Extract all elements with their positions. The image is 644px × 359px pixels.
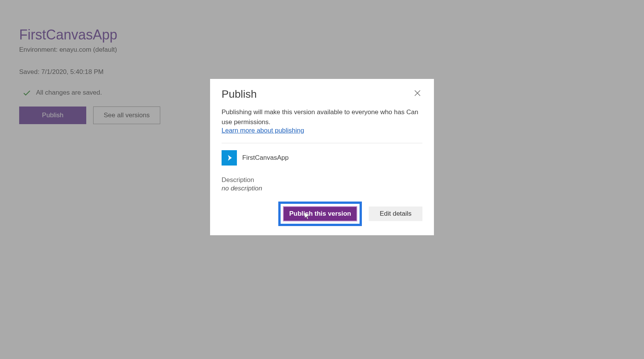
highlight-frame: Publish this version: [278, 202, 362, 226]
publish-dialog: Publish Publishing will make this versio…: [210, 79, 434, 235]
app-icon: [222, 150, 237, 166]
modal-overlay: Publish Publishing will make this versio…: [0, 0, 644, 359]
dialog-header: Publish: [222, 88, 422, 100]
dialog-app-name: FirstCanvasApp: [242, 154, 289, 162]
divider: [222, 143, 422, 143]
publish-this-version-button[interactable]: Publish this version: [283, 206, 357, 221]
svg-marker-2: [228, 155, 232, 161]
publish-this-version-label: Publish this version: [289, 210, 351, 217]
dialog-button-row: Publish this version Edit details: [222, 202, 422, 226]
dialog-description: Publishing will make this version availa…: [222, 107, 422, 127]
close-icon: [414, 90, 421, 97]
canvas-app-icon: [225, 154, 233, 162]
learn-more-link[interactable]: Learn more about publishing: [222, 127, 304, 134]
description-label: Description: [222, 176, 422, 184]
dialog-title: Publish: [222, 88, 257, 100]
description-value: no description: [222, 185, 422, 192]
edit-details-button[interactable]: Edit details: [369, 207, 422, 221]
app-row: FirstCanvasApp: [222, 150, 422, 166]
close-button[interactable]: [412, 88, 422, 99]
